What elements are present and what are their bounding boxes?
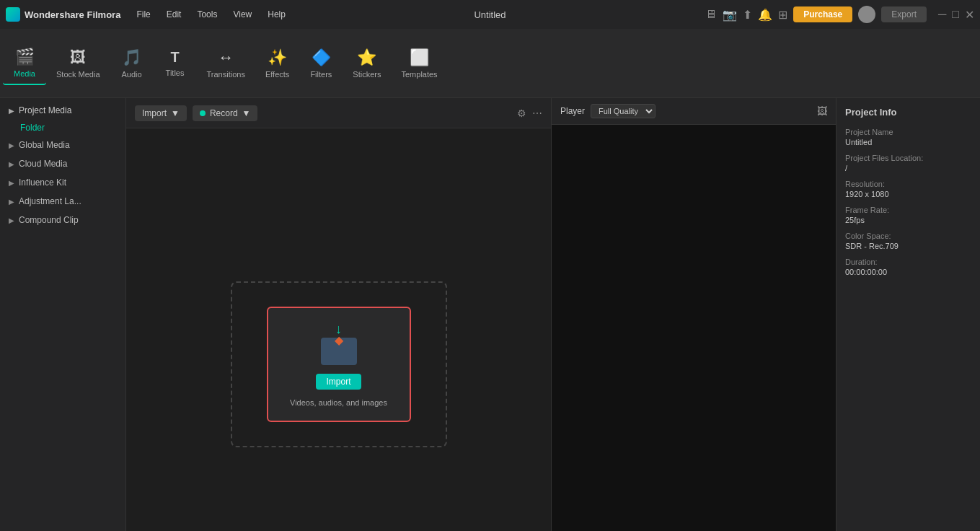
more-options-icon[interactable]: ⋯	[532, 107, 542, 119]
project-media-title: Project Media	[19, 105, 71, 115]
import-record-bar: Import ▼ Record ▼ ⚙ ⋯	[126, 98, 551, 128]
project-media-panel: ▶ Project Media Folder ▶ Global Media ▶ …	[0, 98, 126, 531]
window-title: Untitled	[474, 9, 506, 20]
upload-icon[interactable]: ⬆	[743, 8, 752, 22]
tool-audio[interactable]: 🎵 Audio	[110, 43, 154, 84]
filters-icon: 🔷	[312, 48, 331, 67]
title-bar-left: Wondershare Filmora File Edit Tools View…	[6, 6, 293, 22]
player-tab[interactable]: Player	[560, 106, 585, 116]
resolution-row: Resolution: 1920 x 1080	[845, 180, 971, 198]
tool-effects-label: Effects	[265, 70, 289, 79]
sidebar-global-media[interactable]: ▶ Global Media	[0, 136, 125, 154]
import-media-button[interactable]: Import	[316, 374, 361, 390]
toolbar: 🎬 Media 🖼 Stock Media 🎵 Audio T Titles ↔…	[0, 29, 980, 98]
quality-select[interactable]: Full Quality	[591, 104, 655, 118]
player-viewport	[552, 125, 836, 531]
import-label: Import	[142, 108, 167, 118]
app-name: Wondershare Filmora	[25, 9, 120, 20]
tool-media[interactable]: 🎬 Media	[3, 42, 46, 85]
adjustment-layer-arrow: ▶	[9, 198, 14, 206]
titles-icon: T	[170, 49, 179, 66]
tool-filters[interactable]: 🔷 Filters	[299, 43, 343, 84]
tool-effects[interactable]: ✨ Effects	[255, 43, 299, 84]
player-panel: Player Full Quality 🖼 00:00:00:00 / 00:0…	[551, 98, 836, 531]
project-media-header[interactable]: ▶ Project Media	[0, 98, 125, 120]
stock-media-icon: 🖼	[70, 48, 86, 67]
import-chevron-icon: ▼	[171, 108, 180, 118]
cloud-media-arrow: ▶	[9, 160, 14, 168]
menu-edit[interactable]: Edit	[159, 6, 189, 22]
global-media-label: Global Media	[19, 140, 70, 150]
tool-templates[interactable]: ⬜ Templates	[391, 43, 447, 84]
menu-tools[interactable]: Tools	[190, 6, 224, 22]
player-snapshot-icon[interactable]: 🖼	[817, 105, 827, 117]
menu-help[interactable]: Help	[260, 6, 293, 22]
color-space-label: Color Space:	[845, 232, 971, 240]
project-name-label: Project Name	[845, 128, 971, 136]
tool-titles[interactable]: T Titles	[154, 43, 197, 83]
drop-icon-wrapper: ↓ ◆	[317, 322, 361, 365]
drop-zone-outer: ↓ ◆ Import Videos, audios, and images	[231, 281, 447, 447]
record-label: Record	[210, 108, 238, 118]
compound-clip-arrow: ▶	[9, 216, 14, 224]
influence-kit-label: Influence Kit	[19, 177, 66, 188]
tool-audio-label: Audio	[121, 70, 141, 79]
player-header: Player Full Quality 🖼	[552, 98, 836, 125]
avatar[interactable]	[858, 6, 875, 23]
screenshot-icon[interactable]: 📷	[723, 8, 737, 22]
menu-bar: File Edit Tools View Help	[129, 6, 293, 22]
sidebar-influence-kit[interactable]: ▶ Influence Kit	[0, 173, 125, 192]
monitor-icon[interactable]: 🖥	[705, 8, 717, 21]
menu-view[interactable]: View	[226, 6, 259, 22]
filter-icon[interactable]: ⚙	[517, 107, 526, 119]
sidebar-cloud-media[interactable]: ▶ Cloud Media	[0, 154, 125, 173]
project-name-row: Project Name Untitled	[845, 128, 971, 146]
tool-transitions-label: Transitions	[207, 70, 245, 79]
title-bar-right: 🖥 📷 ⬆ 🔔 ⊞ Purchase Export ─ □ ✕	[705, 6, 974, 23]
frame-rate-label: Frame Rate:	[845, 206, 971, 214]
sidebar-compound-clip[interactable]: ▶ Compound Clip	[0, 211, 125, 229]
transitions-icon: ↔	[218, 48, 234, 67]
resolution-value: 1920 x 1080	[845, 190, 971, 198]
color-space-row: Color Space: SDR - Rec.709	[845, 232, 971, 250]
stickers-icon: ⭐	[357, 48, 376, 67]
menu-file[interactable]: File	[129, 6, 157, 22]
maximize-button[interactable]: □	[952, 8, 959, 21]
tool-filters-label: Filters	[310, 70, 332, 79]
project-info-panel: Project Info Project Name Untitled Proje…	[836, 98, 980, 531]
grid-icon[interactable]: ⊞	[778, 8, 787, 22]
drop-zone-description: Videos, audios, and images	[290, 398, 387, 407]
influence-kit-arrow: ▶	[9, 179, 14, 187]
tool-stock-media[interactable]: 🖼 Stock Media	[46, 43, 110, 84]
frame-rate-value: 25fps	[845, 216, 971, 224]
tool-stock-media-label: Stock Media	[56, 70, 100, 79]
main-layout: ▶ Project Media Folder ▶ Global Media ▶ …	[0, 98, 980, 531]
frame-rate-row: Frame Rate: 25fps	[845, 206, 971, 224]
title-bar: Wondershare Filmora File Edit Tools View…	[0, 0, 980, 29]
color-space-value: SDR - Rec.709	[845, 242, 971, 250]
sidebar-folder[interactable]: Folder	[0, 120, 125, 136]
drop-zone-inner[interactable]: ↓ ◆ Import Videos, audios, and images	[267, 307, 411, 422]
import-button[interactable]: Import ▼	[135, 105, 187, 121]
tool-transitions[interactable]: ↔ Transitions	[197, 43, 255, 84]
project-files-value: /	[845, 164, 971, 172]
record-button[interactable]: Record ▼	[193, 105, 258, 121]
cloud-media-label: Cloud Media	[19, 159, 67, 169]
effects-icon: ✨	[268, 48, 287, 67]
adjustment-layer-label: Adjustment La...	[19, 196, 81, 206]
minimize-button[interactable]: ─	[938, 8, 946, 21]
filmora-diamond-icon: ◆	[335, 333, 343, 347]
sidebar-adjustment-layer[interactable]: ▶ Adjustment La...	[0, 192, 125, 211]
tool-stickers[interactable]: ⭐ Stickers	[343, 43, 391, 84]
filmora-logo-icon	[6, 7, 20, 22]
bell-icon[interactable]: 🔔	[758, 8, 772, 22]
media-icon: 🎬	[15, 48, 35, 66]
close-button[interactable]: ✕	[965, 8, 974, 22]
duration-row: Duration: 00:00:00:00	[845, 258, 971, 276]
project-media-arrow: ▶	[9, 107, 14, 115]
compound-clip-label: Compound Clip	[19, 215, 79, 225]
drop-zone-container: ↓ ◆ Import Videos, audios, and images	[126, 128, 551, 531]
audio-icon: 🎵	[122, 48, 141, 67]
export-button[interactable]: Export	[881, 6, 927, 22]
purchase-button[interactable]: Purchase	[793, 6, 852, 22]
